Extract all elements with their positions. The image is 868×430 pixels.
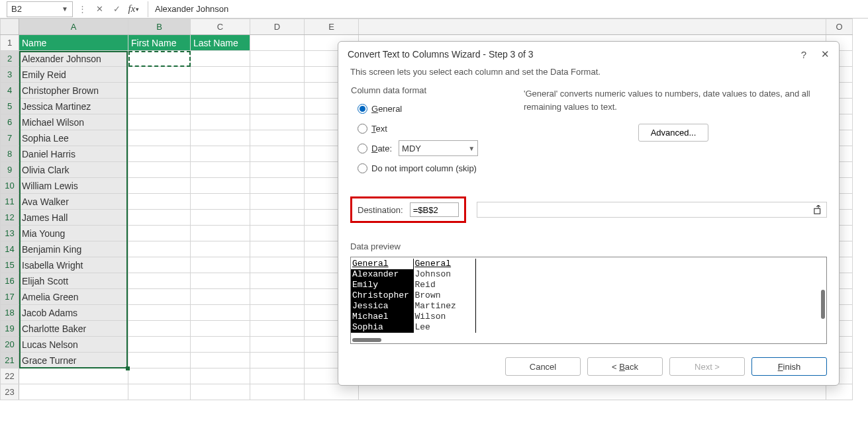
radio-skip[interactable]: [358, 163, 367, 173]
row-header-14[interactable]: 14: [1, 241, 19, 257]
cell-C1[interactable]: Last Name: [191, 35, 250, 51]
preview-cell[interactable]: Reid: [413, 280, 475, 290]
advanced-button[interactable]: Advanced...: [638, 124, 709, 142]
row-header-11[interactable]: 11: [1, 194, 19, 210]
cell-B18[interactable]: [128, 305, 191, 321]
cell-B1[interactable]: First Name: [128, 35, 191, 51]
radio-date-label[interactable]: Date:: [371, 144, 392, 153]
cell-C22[interactable]: [191, 368, 250, 384]
cell-A14[interactable]: Benjamin King: [19, 241, 128, 257]
cell-B10[interactable]: [128, 178, 191, 194]
row-header-18[interactable]: 18: [1, 305, 19, 321]
preview-cell[interactable]: Sophia: [351, 322, 413, 333]
cell-D15[interactable]: [250, 257, 305, 273]
cell-D17[interactable]: [250, 289, 305, 305]
close-button[interactable]: ✕: [821, 48, 830, 60]
row-header-9[interactable]: 9: [1, 162, 19, 178]
insert-function-button[interactable]: fx▾: [126, 2, 141, 17]
radio-general-label[interactable]: General: [371, 104, 402, 114]
cell-A1[interactable]: Name: [19, 35, 128, 51]
cell-B21[interactable]: [128, 353, 191, 368]
cell-D2[interactable]: [250, 51, 305, 67]
col-header-D[interactable]: D: [250, 19, 305, 35]
cell-A2[interactable]: Alexander Johnson: [19, 51, 128, 67]
row-header-7[interactable]: 7: [1, 130, 19, 146]
row-header-21[interactable]: 21: [1, 353, 19, 368]
cell-A12[interactable]: James Hall: [19, 210, 128, 226]
cell-B19[interactable]: [128, 321, 191, 337]
col-header-O[interactable]: O: [826, 19, 853, 35]
cell-B8[interactable]: [128, 146, 191, 162]
cell-A19[interactable]: Charlotte Baker: [19, 321, 128, 337]
cell-D10[interactable]: [250, 178, 305, 194]
cell-A15[interactable]: Isabella Wright: [19, 257, 128, 273]
cell-A7[interactable]: Sophia Lee: [19, 130, 128, 146]
preview-cell[interactable]: Brown: [413, 290, 475, 301]
radio-skip-label[interactable]: Do not import column (skip): [371, 163, 477, 173]
row-header-22[interactable]: 22: [1, 368, 19, 384]
cell-C18[interactable]: [191, 305, 250, 321]
chevron-down-icon[interactable]: ▼: [62, 5, 68, 13]
cell-D21[interactable]: [250, 353, 305, 368]
cell-C16[interactable]: [191, 273, 250, 289]
cell-C3[interactable]: [191, 67, 250, 83]
cell-D16[interactable]: [250, 273, 305, 289]
preview-cell[interactable]: Jessica: [351, 301, 413, 312]
cell-D8[interactable]: [250, 146, 305, 162]
cell-D13[interactable]: [250, 226, 305, 241]
preview-cell[interactable]: Lee: [413, 322, 475, 333]
cell-B12[interactable]: [128, 210, 191, 226]
col-header-B[interactable]: B: [128, 19, 191, 35]
radio-text[interactable]: [358, 124, 367, 134]
col-header-C[interactable]: C: [191, 19, 250, 35]
row-header-8[interactable]: 8: [1, 146, 19, 162]
row-header-15[interactable]: 15: [1, 257, 19, 273]
row-header-4[interactable]: 4: [1, 83, 19, 99]
cell-C15[interactable]: [191, 257, 250, 273]
cell-A23[interactable]: [19, 384, 128, 400]
cell-A10[interactable]: William Lewis: [19, 178, 128, 194]
cell-C10[interactable]: [191, 178, 250, 194]
cell-B9[interactable]: [128, 162, 191, 178]
cell-A18[interactable]: Jacob Adams: [19, 305, 128, 321]
row-header-12[interactable]: 12: [1, 210, 19, 226]
cell-B7[interactable]: [128, 130, 191, 146]
cell-B5[interactable]: [128, 99, 191, 114]
cell-B13[interactable]: [128, 226, 191, 241]
cell-B17[interactable]: [128, 289, 191, 305]
cell-A20[interactable]: Lucas Nelson: [19, 337, 128, 353]
cancel-button[interactable]: Cancel: [505, 357, 581, 376]
cell-A9[interactable]: Olivia Clark: [19, 162, 128, 178]
cell-D12[interactable]: [250, 210, 305, 226]
cell-C6[interactable]: [191, 114, 250, 130]
cell-B4[interactable]: [128, 83, 191, 99]
cell-D5[interactable]: [250, 99, 305, 114]
preview-cell[interactable]: Johnson: [413, 269, 475, 280]
preview-cell[interactable]: Christopher: [351, 290, 413, 301]
cell-D9[interactable]: [250, 162, 305, 178]
dialog-titlebar[interactable]: Convert Text to Columns Wizard - Step 3 …: [338, 42, 839, 64]
cell-A6[interactable]: Michael Wilson: [19, 114, 128, 130]
preview-cell[interactable]: Wilson: [413, 312, 475, 322]
cell-C9[interactable]: [191, 162, 250, 178]
preview-cell[interactable]: Emily: [351, 280, 413, 290]
cell-C12[interactable]: [191, 210, 250, 226]
cell-A8[interactable]: Daniel Harris: [19, 146, 128, 162]
date-format-select[interactable]: MDY ▼: [399, 140, 478, 156]
radio-general[interactable]: [358, 104, 367, 114]
row-header-19[interactable]: 19: [1, 321, 19, 337]
cancel-edit-button[interactable]: ✕: [92, 2, 107, 17]
preview-cell[interactable]: Alexander: [351, 269, 413, 280]
row-header-1[interactable]: 1: [1, 35, 19, 51]
preview-box[interactable]: GeneralGeneral AlexanderJohnsonEmilyReid…: [350, 257, 827, 344]
destination-extended[interactable]: [477, 202, 827, 218]
radio-text-label[interactable]: Text: [371, 124, 387, 134]
cell-C8[interactable]: [191, 146, 250, 162]
select-all-corner[interactable]: [1, 19, 19, 35]
range-picker-icon[interactable]: [813, 204, 824, 215]
cell-B22[interactable]: [128, 368, 191, 384]
selection-handle[interactable]: [126, 366, 130, 370]
cell-A21[interactable]: Grace Turner: [19, 353, 128, 368]
name-box[interactable]: B2 ▼: [7, 1, 73, 17]
cell-A17[interactable]: Amelia Green: [19, 289, 128, 305]
